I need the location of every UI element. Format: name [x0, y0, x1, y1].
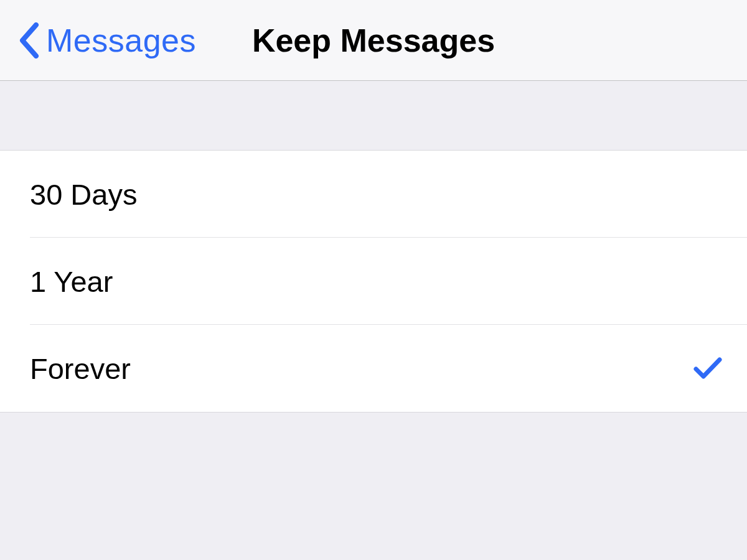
option-label: 1 Year: [30, 264, 113, 299]
option-30-days[interactable]: 30 Days: [0, 151, 747, 238]
chevron-left-icon: [17, 22, 40, 58]
back-button-label: Messages: [46, 22, 196, 59]
option-label: Forever: [30, 352, 131, 386]
option-label: 30 Days: [30, 177, 137, 212]
checkmark-icon: [693, 356, 722, 381]
option-forever[interactable]: Forever: [0, 325, 747, 412]
back-button[interactable]: Messages: [17, 22, 196, 59]
navigation-bar: Messages Keep Messages: [0, 0, 747, 81]
page-title: Keep Messages: [252, 22, 495, 59]
option-1-year[interactable]: 1 Year: [0, 238, 747, 325]
section-spacer: [0, 81, 747, 151]
keep-messages-option-list: 30 Days 1 Year Forever: [0, 151, 747, 413]
